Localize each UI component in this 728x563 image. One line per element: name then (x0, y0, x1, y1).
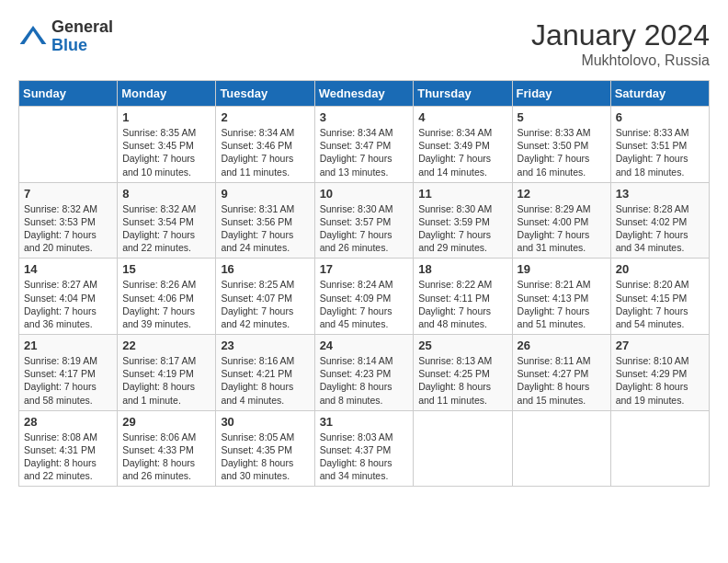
calendar-cell: 30Sunrise: 8:05 AM Sunset: 4:35 PM Dayli… (216, 410, 314, 487)
week-row-3: 21Sunrise: 8:19 AM Sunset: 4:17 PM Dayli… (19, 335, 710, 411)
logo-blue: Blue (51, 37, 113, 55)
day-info: Sunrise: 8:33 AM Sunset: 3:50 PM Dayligh… (518, 126, 606, 178)
day-number: 29 (122, 415, 210, 429)
day-info: Sunrise: 8:34 AM Sunset: 3:47 PM Dayligh… (320, 126, 409, 178)
day-info: Sunrise: 8:17 AM Sunset: 4:19 PM Dayligh… (122, 354, 210, 407)
day-number: 8 (122, 187, 210, 201)
weekday-header-row: SundayMondayTuesdayWednesdayThursdayFrid… (19, 81, 710, 107)
day-info: Sunrise: 8:32 AM Sunset: 3:54 PM Dayligh… (122, 202, 210, 255)
calendar-cell: 10Sunrise: 8:30 AM Sunset: 3:57 PM Dayli… (314, 182, 414, 259)
day-info: Sunrise: 8:32 AM Sunset: 3:53 PM Dayligh… (24, 202, 112, 255)
day-info: Sunrise: 8:34 AM Sunset: 3:49 PM Dayligh… (418, 126, 506, 178)
calendar-cell: 25Sunrise: 8:13 AM Sunset: 4:25 PM Dayli… (414, 335, 512, 411)
calendar-cell (414, 410, 512, 487)
day-number: 4 (418, 110, 506, 124)
calendar-cell: 4Sunrise: 8:34 AM Sunset: 3:49 PM Daylig… (414, 107, 512, 183)
week-row-2: 14Sunrise: 8:27 AM Sunset: 4:04 PM Dayli… (19, 259, 710, 335)
day-number: 18 (418, 262, 506, 276)
calendar-cell: 11Sunrise: 8:30 AM Sunset: 3:59 PM Dayli… (414, 182, 512, 259)
calendar-cell: 17Sunrise: 8:24 AM Sunset: 4:09 PM Dayli… (314, 259, 414, 335)
week-row-1: 7Sunrise: 8:32 AM Sunset: 3:53 PM Daylig… (19, 182, 710, 259)
calendar-cell: 16Sunrise: 8:25 AM Sunset: 4:07 PM Dayli… (216, 259, 314, 335)
day-number: 21 (24, 339, 112, 352)
calendar-cell (19, 107, 118, 183)
logo-icon (18, 22, 48, 52)
logo: General Blue (18, 18, 113, 55)
calendar-cell: 27Sunrise: 8:10 AM Sunset: 4:29 PM Dayli… (610, 335, 709, 411)
calendar-cell: 1Sunrise: 8:35 AM Sunset: 3:45 PM Daylig… (118, 107, 216, 183)
day-info: Sunrise: 8:30 AM Sunset: 3:59 PM Dayligh… (418, 202, 506, 255)
calendar-cell: 12Sunrise: 8:29 AM Sunset: 4:00 PM Dayli… (512, 182, 610, 259)
day-info: Sunrise: 8:06 AM Sunset: 4:33 PM Dayligh… (122, 431, 210, 483)
day-number: 30 (221, 415, 309, 429)
week-row-0: 1Sunrise: 8:35 AM Sunset: 3:45 PM Daylig… (19, 107, 710, 183)
weekday-header-monday: Monday (118, 81, 216, 107)
day-info: Sunrise: 8:20 AM Sunset: 4:15 PM Dayligh… (616, 278, 704, 330)
calendar-cell: 3Sunrise: 8:34 AM Sunset: 3:47 PM Daylig… (314, 107, 414, 183)
calendar-cell: 22Sunrise: 8:17 AM Sunset: 4:19 PM Dayli… (118, 335, 216, 411)
day-info: Sunrise: 8:30 AM Sunset: 3:57 PM Dayligh… (320, 202, 409, 255)
day-info: Sunrise: 8:08 AM Sunset: 4:31 PM Dayligh… (24, 431, 112, 483)
day-number: 25 (418, 339, 506, 352)
title-area: January 2024 Mukhtolovo, Russia (531, 18, 710, 69)
day-number: 16 (221, 262, 309, 276)
day-number: 28 (24, 415, 112, 429)
day-info: Sunrise: 8:19 AM Sunset: 4:17 PM Dayligh… (24, 354, 112, 407)
day-info: Sunrise: 8:24 AM Sunset: 4:09 PM Dayligh… (320, 278, 409, 330)
day-info: Sunrise: 8:03 AM Sunset: 4:37 PM Dayligh… (320, 431, 409, 483)
day-info: Sunrise: 8:29 AM Sunset: 4:00 PM Dayligh… (518, 202, 606, 255)
weekday-header-friday: Friday (512, 81, 610, 107)
weekday-header-sunday: Sunday (19, 81, 118, 107)
day-number: 10 (320, 187, 409, 201)
weekday-header-thursday: Thursday (414, 81, 512, 107)
calendar-cell: 23Sunrise: 8:16 AM Sunset: 4:21 PM Dayli… (216, 335, 314, 411)
day-number: 24 (320, 339, 409, 352)
day-info: Sunrise: 8:34 AM Sunset: 3:46 PM Dayligh… (221, 126, 309, 178)
month-title: January 2024 (531, 18, 710, 52)
weekday-header-saturday: Saturday (610, 81, 709, 107)
calendar-cell: 14Sunrise: 8:27 AM Sunset: 4:04 PM Dayli… (19, 259, 118, 335)
day-info: Sunrise: 8:14 AM Sunset: 4:23 PM Dayligh… (320, 354, 409, 407)
day-number: 12 (518, 187, 606, 201)
calendar-cell: 21Sunrise: 8:19 AM Sunset: 4:17 PM Dayli… (19, 335, 118, 411)
day-number: 23 (221, 339, 309, 352)
day-number: 1 (122, 110, 210, 124)
page-header: General Blue January 2024 Mukhtolovo, Ru… (18, 18, 710, 69)
day-info: Sunrise: 8:33 AM Sunset: 3:51 PM Dayligh… (616, 126, 704, 178)
calendar-cell: 20Sunrise: 8:20 AM Sunset: 4:15 PM Dayli… (610, 259, 709, 335)
day-number: 2 (221, 110, 309, 124)
day-info: Sunrise: 8:35 AM Sunset: 3:45 PM Dayligh… (122, 126, 210, 178)
day-info: Sunrise: 8:25 AM Sunset: 4:07 PM Dayligh… (221, 278, 309, 330)
calendar-cell: 28Sunrise: 8:08 AM Sunset: 4:31 PM Dayli… (19, 410, 118, 487)
calendar-cell: 18Sunrise: 8:22 AM Sunset: 4:11 PM Dayli… (414, 259, 512, 335)
calendar-cell: 29Sunrise: 8:06 AM Sunset: 4:33 PM Dayli… (118, 410, 216, 487)
weekday-header-tuesday: Tuesday (216, 81, 314, 107)
day-number: 6 (616, 110, 704, 124)
calendar-cell: 19Sunrise: 8:21 AM Sunset: 4:13 PM Dayli… (512, 259, 610, 335)
day-number: 27 (616, 339, 704, 352)
logo-text: General Blue (51, 18, 113, 55)
calendar-cell (610, 410, 709, 487)
calendar-cell: 31Sunrise: 8:03 AM Sunset: 4:37 PM Dayli… (314, 410, 414, 487)
calendar-cell: 2Sunrise: 8:34 AM Sunset: 3:46 PM Daylig… (216, 107, 314, 183)
day-number: 19 (518, 262, 606, 276)
day-number: 9 (221, 187, 309, 201)
calendar-cell: 15Sunrise: 8:26 AM Sunset: 4:06 PM Dayli… (118, 259, 216, 335)
logo-general: General (51, 18, 113, 37)
day-number: 7 (24, 187, 112, 201)
day-number: 17 (320, 262, 409, 276)
day-info: Sunrise: 8:10 AM Sunset: 4:29 PM Dayligh… (616, 354, 704, 407)
calendar-cell: 7Sunrise: 8:32 AM Sunset: 3:53 PM Daylig… (19, 182, 118, 259)
day-info: Sunrise: 8:05 AM Sunset: 4:35 PM Dayligh… (221, 431, 309, 483)
day-number: 14 (24, 262, 112, 276)
day-number: 22 (122, 339, 210, 352)
calendar-cell: 9Sunrise: 8:31 AM Sunset: 3:56 PM Daylig… (216, 182, 314, 259)
calendar-cell: 26Sunrise: 8:11 AM Sunset: 4:27 PM Dayli… (512, 335, 610, 411)
day-info: Sunrise: 8:28 AM Sunset: 4:02 PM Dayligh… (616, 202, 704, 255)
day-info: Sunrise: 8:22 AM Sunset: 4:11 PM Dayligh… (418, 278, 506, 330)
day-number: 20 (616, 262, 704, 276)
calendar-cell (512, 410, 610, 487)
calendar-cell: 8Sunrise: 8:32 AM Sunset: 3:54 PM Daylig… (118, 182, 216, 259)
day-number: 31 (320, 415, 409, 429)
day-number: 26 (518, 339, 606, 352)
